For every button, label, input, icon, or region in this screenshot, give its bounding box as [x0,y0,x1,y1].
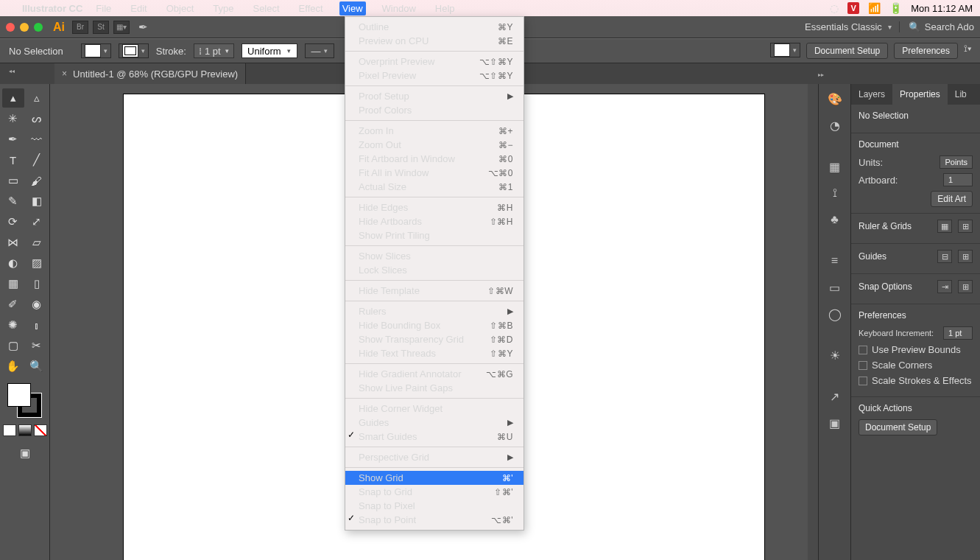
fill-swatch[interactable]: ▾ [81,43,111,58]
line-tool[interactable]: ╱ [26,150,48,169]
document-setup-button[interactable]: Document Setup [806,43,888,59]
menu-item-hide-bounding-box[interactable]: Hide Bounding Box⇧⌘B [345,318,524,332]
menu-item-hide-text-threads[interactable]: Hide Text Threads⇧⌘Y [345,346,524,360]
fill-color-icon[interactable] [7,383,31,407]
stroke-swatch[interactable]: ▾ [119,43,149,58]
brush-icon[interactable]: ✒ [138,21,148,34]
type-tool[interactable]: T [2,150,24,169]
menu-item-hide-edges[interactable]: Hide Edges⌘H [345,200,524,214]
color-panel-icon[interactable]: 🎨 [825,90,845,108]
menu-item-hide-gradient-annotator[interactable]: Hide Gradient Annotator⌥⌘G [345,367,524,381]
swatches-panel-icon[interactable]: ▦ [825,158,845,175]
color-mode-icon[interactable] [3,424,16,436]
workspace-switcher[interactable]: Essentials Classic ▾ [805,21,892,32]
collapse-tools-icon[interactable] [4,68,19,74]
menu-item-snap-to-grid[interactable]: Snap to Grid⇧⌘' [345,485,524,499]
asset-export-icon[interactable]: ↗ [825,388,845,405]
transparency-panel-icon[interactable]: ◯ [825,305,845,323]
none-mode-icon[interactable] [34,424,47,436]
stock-icon[interactable]: St [93,21,109,34]
menu-item-fit-all-in-window[interactable]: Fit All in Window⌥⌘0 [345,166,524,180]
snap-icon[interactable]: ⇥ [937,280,952,293]
search-box[interactable]: 🔍 Search Ado [899,21,974,32]
tab-properties[interactable]: Properties [892,84,948,105]
collapse-panels-icon[interactable] [818,68,833,74]
ruler-icon[interactable]: ▦ [937,220,952,233]
document-tab[interactable]: × Untitled-1 @ 68% (RGB/GPU Preview) [54,63,246,84]
preferences-button[interactable]: Preferences [894,43,958,59]
clock[interactable]: Mon 11:12 AM [911,3,973,14]
eyedropper-tool[interactable]: ✐ [2,295,24,314]
bridge-icon[interactable]: Br [72,21,88,34]
tab-libraries[interactable]: Lib [948,84,974,105]
quick-doc-setup-button[interactable]: Document Setup [859,419,937,435]
menu-item-show-live-paint-gaps[interactable]: Show Live Paint Gaps [345,381,524,395]
menu-item-pixel-preview[interactable]: Pixel Preview⌥⇧⌘Y [345,69,524,83]
menu-item-preview-on-cpu[interactable]: Preview on CPU⌘E [345,34,524,48]
grid-icon[interactable]: ⊞ [958,220,973,233]
menu-item-overprint-preview[interactable]: Overprint Preview⌥⇧⌘Y [345,55,524,69]
edit-artboards-button[interactable]: Edit Art [931,191,973,207]
color-guide-icon[interactable]: ◔ [825,116,845,134]
selection-tool[interactable]: ▴ [2,88,24,108]
shape-builder-tool[interactable]: ◐ [2,253,24,273]
app-name[interactable]: Illustrator CC [22,3,82,14]
vertical-scrollbar[interactable] [808,84,818,560]
guides2-icon[interactable]: ⊞ [958,250,973,263]
scale-tool[interactable]: ⤢ [26,212,48,231]
artboard-field[interactable]: 1 [943,173,973,186]
menu-item-show-slices[interactable]: Show Slices [345,249,524,263]
paintbrush-tool[interactable]: 🖌 [26,171,48,190]
menu-item-proof-setup[interactable]: Proof Setup▶ [345,89,524,103]
opacity-swatch[interactable]: ▾ [770,43,800,57]
menu-item-zoom-in[interactable]: Zoom In⌘+ [345,124,524,138]
snap2-icon[interactable]: ⊞ [958,280,973,293]
menu-view[interactable]: View [339,1,366,15]
width-tool[interactable]: ⋈ [2,233,24,252]
menu-item-proof-colors[interactable]: Proof Colors [345,103,524,117]
direct-selection-tool[interactable]: ▵ [26,88,48,108]
gradient-mode-icon[interactable] [18,424,32,436]
pen-tool[interactable]: ✒ [2,130,24,149]
chk-scale-corners[interactable]: Scale Corners [859,360,973,371]
window-controls[interactable] [6,23,43,32]
units-field[interactable]: Points [940,155,973,169]
guides-icon[interactable]: ⊟ [937,250,952,263]
menu-item-show-print-tiling[interactable]: Show Print Tiling [345,228,524,242]
menu-type[interactable]: Type [210,1,236,15]
free-transform-tool[interactable]: ▱ [26,233,48,252]
slice-tool[interactable]: ✂ [26,336,48,355]
menu-item-zoom-out[interactable]: Zoom Out⌘− [345,138,524,152]
align-icon[interactable]: ⟟▾ [964,43,971,59]
cc-icon[interactable]: ◌ [830,2,839,14]
menu-item-rulers[interactable]: Rulers▶ [345,304,524,318]
curvature-tool[interactable]: 〰 [26,130,48,149]
menu-item-lock-slices[interactable]: Lock Slices [345,263,524,277]
menu-item-actual-size[interactable]: Actual Size⌘1 [345,180,524,194]
arrange-icon[interactable]: ▦▾ [113,21,130,34]
menu-select[interactable]: Select [250,1,282,15]
screen-mode-icon[interactable]: ▣ [14,444,36,463]
menu-item-outline[interactable]: Outline⌘Y [345,20,524,34]
hand-tool[interactable]: ✋ [2,357,24,376]
menu-window[interactable]: Window [379,1,419,15]
stroke-panel-icon[interactable]: ≡ [825,252,845,270]
shaper-tool[interactable]: ✎ [2,192,24,211]
fill-stroke-control[interactable] [7,383,43,419]
artboard-tool[interactable]: ▢ [2,336,24,355]
graph-tool[interactable]: ⫾ [26,315,48,335]
mesh-tool[interactable]: ▦ [2,274,24,293]
menu-item-hide-artboards[interactable]: Hide Artboards⇧⌘H [345,214,524,228]
menu-item-perspective-grid[interactable]: Perspective Grid▶ [345,450,524,464]
tab-layers[interactable]: Layers [851,84,892,105]
stroke-weight-field[interactable]: ⁞1 pt▾ [194,43,234,58]
menu-item-show-grid[interactable]: Show Grid⌘' [345,471,524,485]
zoom-tool[interactable]: 🔍 [26,357,48,376]
blend-tool[interactable]: ◉ [26,295,48,314]
chk-preview-bounds[interactable]: Use Preview Bounds [859,344,973,355]
brushes-panel-icon[interactable]: ⟟ [825,184,845,202]
menu-item-smart-guides[interactable]: ✓Smart Guides⌘U [345,430,524,444]
menu-edit[interactable]: Edit [127,1,149,15]
profile-dropdown[interactable]: Uniform▾ [242,43,297,58]
rectangle-tool[interactable]: ▭ [2,171,24,190]
